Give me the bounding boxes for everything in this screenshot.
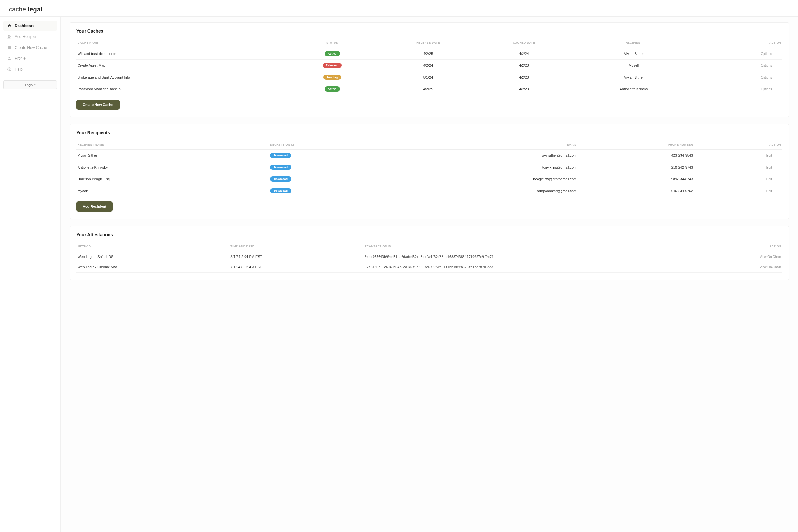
recipient-row: Harrison Beagle Esq. Download beaglelaw@… xyxy=(76,173,782,185)
topbar: cache.legal xyxy=(0,0,798,17)
recipient-edit-link[interactable]: Edit xyxy=(766,177,772,181)
recipient-name: Antionette Krinksky xyxy=(78,165,267,169)
col-recipient-name: RECIPIENT NAME xyxy=(78,143,267,146)
brand-part1: cache. xyxy=(9,6,28,13)
sidebar-item-add-recipient[interactable]: Add Recipient xyxy=(3,32,57,41)
cache-options-link[interactable]: Options xyxy=(761,88,772,91)
col-recipient: RECIPIENT xyxy=(573,41,695,44)
download-button[interactable]: Download xyxy=(270,188,291,193)
recipient-name: Harrison Beagle Esq. xyxy=(78,177,267,181)
recipient-email: tony.krins@gmail.com xyxy=(386,165,576,169)
col-txid: TRANSACTION ID xyxy=(365,245,685,248)
recipient-phone: 646-234-9762 xyxy=(579,189,693,193)
status-badge: Active xyxy=(325,87,340,92)
attestation-txid: 0xbc965643b90bd31ea0dadcd32cb0cbfa4f32f8… xyxy=(365,255,685,259)
attestation-time: 7/1/24 8:12 AM EST xyxy=(230,265,362,269)
col-method: METHOD xyxy=(78,245,228,248)
recipient-name: Myself xyxy=(78,189,267,193)
kebab-icon[interactable]: ⋮ xyxy=(775,75,781,79)
cache-recipient: Antionette Krinsky xyxy=(573,87,695,91)
svg-point-3 xyxy=(9,70,10,70)
cache-row: Crypto Asset Map Released 4/2/24 4/2/23 … xyxy=(76,60,782,72)
cache-release: 4/2/24 xyxy=(381,63,475,67)
recipient-row: Vivian Sither Download viv.r.sither@gmai… xyxy=(76,150,782,162)
kebab-icon[interactable]: ⋮ xyxy=(775,165,781,169)
col-status: STATUS xyxy=(285,41,379,44)
cache-options-link[interactable]: Options xyxy=(761,76,772,79)
view-on-chain-link[interactable]: View On-Chain xyxy=(760,255,781,259)
kebab-icon[interactable]: ⋮ xyxy=(775,52,781,56)
cache-name: Password Manager Backup xyxy=(78,87,283,91)
kebab-icon[interactable]: ⋮ xyxy=(775,153,781,157)
sidebar-item-label: Add Recipient xyxy=(15,35,39,39)
sidebar-item-profile[interactable]: Profile xyxy=(3,54,57,63)
kebab-icon[interactable]: ⋮ xyxy=(775,189,781,193)
cache-release: 8/1/24 xyxy=(381,75,475,79)
recipient-edit-link[interactable]: Edit xyxy=(766,154,772,157)
section-title-attestations: Your Attestations xyxy=(76,232,782,237)
view-on-chain-link[interactable]: View On-Chain xyxy=(760,266,781,269)
create-cache-button[interactable]: Create New Cache xyxy=(76,99,120,110)
col-action: ACTION xyxy=(687,245,781,248)
brand-part2: legal xyxy=(28,6,42,13)
cache-cached: 4/2/23 xyxy=(477,63,570,67)
cache-row: Password Manager Backup Active 4/2/25 4/… xyxy=(76,83,782,95)
kebab-icon[interactable]: ⋮ xyxy=(775,87,781,91)
cache-status-cell: Active xyxy=(285,51,379,56)
app-root: cache.legal Dashboard Add Recipient xyxy=(0,0,798,532)
section-attestations: Your Attestations METHOD TIME AND DATE T… xyxy=(70,226,789,280)
cache-status-cell: Pending xyxy=(285,75,379,80)
col-cache-name: CACHE NAME xyxy=(78,41,283,44)
recipient-email: viv.r.sither@gmail.com xyxy=(386,153,576,157)
attestations-table-head: METHOD TIME AND DATE TRANSACTION ID ACTI… xyxy=(76,242,782,251)
attestation-row: Web Login - Chrome Mac 7/1/24 8:12 AM ES… xyxy=(76,262,782,272)
document-icon xyxy=(7,45,12,50)
kebab-icon[interactable]: ⋮ xyxy=(775,177,781,181)
cache-status-cell: Released xyxy=(285,63,379,68)
cache-status-cell: Active xyxy=(285,87,379,92)
recipient-name: Vivian Sither xyxy=(78,153,267,157)
section-caches: Your Caches CACHE NAME STATUS RELEASE DA… xyxy=(70,22,789,117)
cache-options-link[interactable]: Options xyxy=(761,64,772,67)
user-plus-icon xyxy=(7,35,12,39)
help-icon xyxy=(7,67,12,72)
recipient-email: tompoonater@gmail.com xyxy=(386,189,576,193)
status-badge: Pending xyxy=(323,75,341,80)
cache-options-link[interactable]: Options xyxy=(761,52,772,56)
recipient-edit-link[interactable]: Edit xyxy=(766,189,772,193)
recipient-row: Myself Download tompoonater@gmail.com 64… xyxy=(76,185,782,197)
svg-point-1 xyxy=(8,57,10,58)
section-title-caches: Your Caches xyxy=(76,28,782,34)
cache-name: Crypto Asset Map xyxy=(78,63,283,67)
recipient-email: beaglelaw@protonmail.com xyxy=(386,177,576,181)
cache-cached: 4/2/23 xyxy=(477,75,570,79)
sidebar-item-label: Dashboard xyxy=(15,24,35,28)
brand-logo: cache.legal xyxy=(9,6,789,13)
recipient-phone: 210-242-9743 xyxy=(579,165,693,169)
kebab-icon[interactable]: ⋮ xyxy=(775,63,781,67)
sidebar-item-create-cache[interactable]: Create New Cache xyxy=(3,43,57,52)
download-button[interactable]: Download xyxy=(270,176,291,182)
cache-release: 4/2/25 xyxy=(381,52,475,56)
attestation-txid: 0xa8130c11c6940e04a8cd1d7f1e3363e63775cb… xyxy=(365,266,685,269)
attestation-method: Web Login - Safari iOS xyxy=(78,255,228,259)
sidebar-item-label: Profile xyxy=(15,56,25,61)
col-email: EMAIL xyxy=(386,143,576,146)
section-title-recipients: Your Recipients xyxy=(76,130,782,135)
cache-row: Will and trust documents Active 4/2/25 4… xyxy=(76,48,782,60)
col-action: ACTION xyxy=(696,143,781,146)
user-icon xyxy=(7,56,12,61)
section-recipients: Your Recipients RECIPIENT NAME DECRYPTIO… xyxy=(70,124,789,219)
download-button[interactable]: Download xyxy=(270,153,291,158)
download-button[interactable]: Download xyxy=(270,165,291,170)
recipients-table-head: RECIPIENT NAME DECRYPTION KIT EMAIL PHON… xyxy=(76,140,782,150)
logout-button[interactable]: Logout xyxy=(3,80,57,89)
sidebar-item-dashboard[interactable]: Dashboard xyxy=(3,21,57,31)
sidebar-item-help[interactable]: Help xyxy=(3,64,57,74)
add-recipient-button[interactable]: Add Recipient xyxy=(76,202,113,212)
cache-recipient: Vivian Sither xyxy=(573,52,695,56)
status-badge: Released xyxy=(323,63,342,68)
recipient-edit-link[interactable]: Edit xyxy=(766,166,772,169)
recipient-phone: 423-234-9843 xyxy=(579,153,693,157)
attestation-time: 8/1/24 2:04 PM EST xyxy=(230,255,362,259)
